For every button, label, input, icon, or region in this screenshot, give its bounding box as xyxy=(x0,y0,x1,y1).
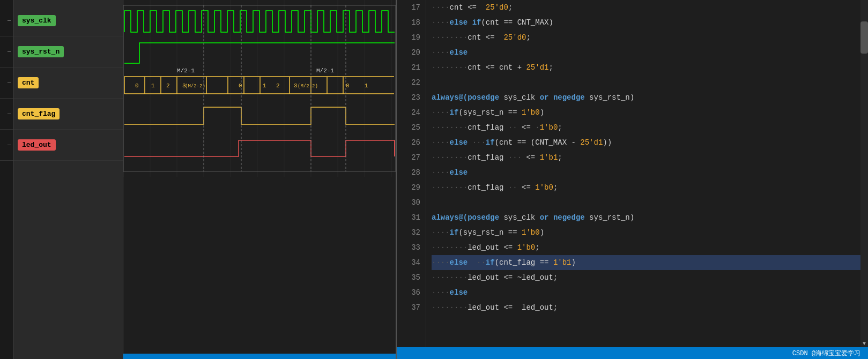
waveform-panel: — — — — — sys_clk sys_rst_n cnt cnt_flag… xyxy=(0,0,397,359)
signal-label-ledout: led_out xyxy=(18,139,56,151)
svg-text:2: 2 xyxy=(166,83,170,89)
waveform-area: 0 1 2 3 (M/2-2) M/2-1 0 1 2 3 (M/2-2) M/… xyxy=(123,0,396,359)
signal-row-ledout: led_out xyxy=(13,130,123,161)
svg-text:M/2-1: M/2-1 xyxy=(177,68,195,74)
status-bar: CSDN @海绵宝宝爱学习 xyxy=(397,347,868,359)
code-line-27: ········cnt_flag ··· <= 1'b1; xyxy=(432,150,860,165)
line-num-30: 30 xyxy=(397,195,426,210)
scrollbar-arrow-down[interactable]: ▼ xyxy=(860,340,868,347)
line-num-36: 36 xyxy=(397,285,426,300)
signal-label-cnt: cnt xyxy=(18,77,39,88)
signal-label-cntflag: cnt_flag xyxy=(18,108,60,119)
line-num-31: 31 xyxy=(397,210,426,225)
code-line-34: ····else ··if(cnt_flag == 1'b1) xyxy=(432,255,860,270)
svg-text:3: 3 xyxy=(294,83,298,89)
line-num-21: 21 xyxy=(397,60,426,75)
line-num-25: 25 xyxy=(397,120,426,135)
line-numbers: 17 18 19 20 21 22 23 24 25 26 27 28 29 3… xyxy=(397,0,426,359)
svg-text:0: 0 xyxy=(135,83,139,89)
signal-label-sysrstn: sys_rst_n xyxy=(18,46,64,57)
signal-row-cntflag: cnt_flag xyxy=(13,99,123,130)
line-num-17: 17 xyxy=(397,0,426,15)
code-panel: 17 18 19 20 21 22 23 24 25 26 27 28 29 3… xyxy=(397,0,868,359)
line-num-27: 27 xyxy=(397,150,426,165)
svg-text:0: 0 xyxy=(239,83,242,89)
ruler-left: — — — — — xyxy=(0,0,13,359)
line-num-35: 35 xyxy=(397,270,426,285)
code-line-18: ····else if(cnt == CNT_MAX) xyxy=(432,15,860,30)
line-num-28: 28 xyxy=(397,165,426,180)
waveform-scrollbar[interactable] xyxy=(123,354,396,359)
line-num-20: 20 xyxy=(397,45,426,60)
ruler-mark: — xyxy=(0,5,13,36)
signal-label-sysclk: sys_clk xyxy=(18,15,56,26)
code-line-17: ····cnt <= 25'd0; xyxy=(432,0,860,15)
code-line-35: ········led_out <= ~led_out; xyxy=(432,270,860,285)
line-num-18: 18 xyxy=(397,15,426,30)
code-line-24: ····if(sys_rst_n == 1'b0) xyxy=(432,105,860,120)
code-content: ····cnt <= 25'd0; ····else if(cnt == CNT… xyxy=(426,0,860,359)
line-num-22: 22 xyxy=(397,75,426,90)
ruler-mark: — xyxy=(0,99,13,130)
ruler-mark: — xyxy=(0,36,13,68)
code-line-33: ········led_out <= 1'b0; xyxy=(432,240,860,255)
signal-row-cnt: cnt xyxy=(13,68,123,99)
svg-text:M/2-1: M/2-1 xyxy=(316,68,334,74)
line-num-19: 19 xyxy=(397,30,426,45)
line-num-23: 23 xyxy=(397,90,426,105)
code-line-29: ········cnt_flag ·· <= 1'b0; xyxy=(432,180,860,195)
code-line-21: ········cnt <= cnt + 25'd1; xyxy=(432,60,860,75)
code-line-30 xyxy=(432,195,860,210)
code-line-25: ········cnt_flag ·· <= ·1'b0; xyxy=(432,120,860,135)
svg-text:1: 1 xyxy=(365,83,368,89)
line-num-32: 32 xyxy=(397,225,426,240)
code-line-23: always@(posedge sys_clk or negedge sys_r… xyxy=(432,90,860,105)
line-num-26: 26 xyxy=(397,135,426,150)
code-line-22 xyxy=(432,75,860,90)
status-bar-label: CSDN @海绵宝宝爱学习 xyxy=(792,349,860,358)
code-line-26: ····else ···if(cnt == (CNT_MAX - 25'd1)) xyxy=(432,135,860,150)
svg-text:(M/2-2): (M/2-2) xyxy=(298,84,318,89)
waveform-svg: 0 1 2 3 (M/2-2) M/2-1 0 1 2 3 (M/2-2) M/… xyxy=(123,0,396,177)
code-line-32: ····if(sys_rst_n == 1'b0) xyxy=(432,225,860,240)
signal-row-sysclk: sys_clk xyxy=(13,5,123,36)
line-num-33: 33 xyxy=(397,240,426,255)
code-line-36: ····else xyxy=(432,285,860,300)
scrollbar-right[interactable]: ▼ xyxy=(860,0,868,359)
code-line-20: ····else xyxy=(432,45,860,60)
ruler-mark: — xyxy=(0,130,13,161)
svg-text:2: 2 xyxy=(276,83,280,89)
signal-row-sysrstn: sys_rst_n xyxy=(13,36,123,68)
line-num-34: 34 xyxy=(397,255,426,270)
scrollbar-thumb[interactable] xyxy=(860,21,868,54)
code-line-31: always@(posedge sys_clk or negedge sys_r… xyxy=(432,210,860,225)
svg-text:(M/2-2): (M/2-2) xyxy=(185,84,205,89)
line-num-37: 37 xyxy=(397,300,426,315)
svg-text:1: 1 xyxy=(263,83,266,89)
svg-text:1: 1 xyxy=(151,83,155,89)
ruler-mark: — xyxy=(0,68,13,99)
svg-text:0: 0 xyxy=(346,83,350,89)
code-line-28: ····else xyxy=(432,165,860,180)
code-line-37: ········led_out <= led_out; xyxy=(432,300,860,315)
line-num-29: 29 xyxy=(397,180,426,195)
signal-labels: sys_clk sys_rst_n cnt cnt_flag led_out xyxy=(13,0,123,359)
code-line-19: ········cnt <= 25'd0; xyxy=(432,30,860,45)
line-num-24: 24 xyxy=(397,105,426,120)
